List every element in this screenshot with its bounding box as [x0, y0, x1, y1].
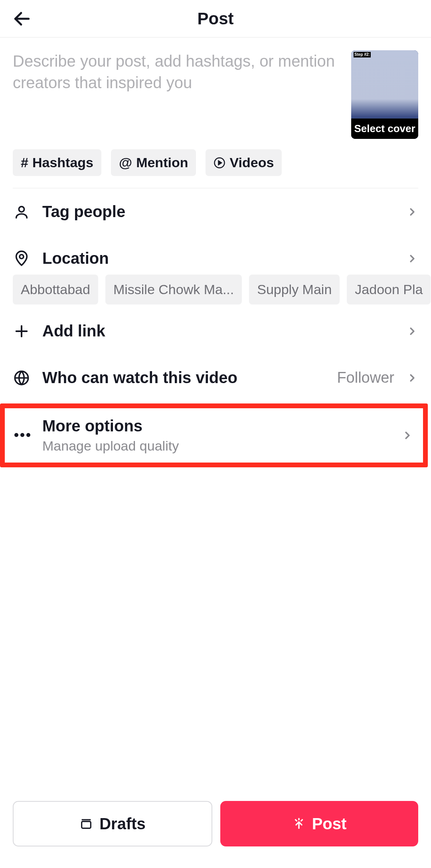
- svg-point-3: [19, 206, 24, 212]
- chevron-right-icon: [406, 372, 418, 384]
- location-chip[interactable]: Supply Main: [249, 275, 340, 304]
- more-options-label: More options: [42, 417, 389, 435]
- globe-icon: [14, 370, 30, 386]
- add-link-row[interactable]: Add link: [0, 308, 431, 354]
- upload-icon: [292, 817, 306, 830]
- tag-people-label: Tag people: [42, 203, 394, 221]
- post-button[interactable]: Post: [220, 801, 418, 846]
- svg-line-15: [295, 820, 297, 821]
- svg-marker-2: [219, 161, 222, 165]
- privacy-row[interactable]: Who can watch this video Follower: [0, 354, 431, 401]
- privacy-label: Who can watch this video: [42, 369, 325, 387]
- hashtags-chip[interactable]: # Hashtags: [13, 149, 101, 176]
- tag-people-row[interactable]: Tag people: [0, 188, 431, 235]
- more-horizontal-icon: [14, 433, 30, 437]
- videos-chip[interactable]: Videos: [206, 149, 282, 176]
- location-chip[interactable]: Jadoon Pla: [347, 275, 431, 304]
- more-options-highlight: More options Manage upload quality: [0, 403, 428, 467]
- person-icon: [14, 204, 30, 220]
- at-icon: @: [119, 155, 132, 170]
- chevron-right-icon: [406, 206, 418, 218]
- back-button[interactable]: [12, 9, 32, 29]
- add-link-label: Add link: [42, 322, 394, 340]
- header: Post: [0, 0, 431, 38]
- hashtags-chip-label: Hashtags: [32, 155, 93, 170]
- plus-icon: [14, 323, 30, 339]
- drafts-icon: [79, 817, 93, 830]
- svg-line-16: [301, 820, 302, 821]
- helper-chip-row: # Hashtags @ Mention Videos: [0, 139, 431, 188]
- location-suggestions: Abbottabad Missile Chowk Ma... Supply Ma…: [0, 275, 431, 308]
- hash-icon: #: [21, 155, 28, 170]
- more-options-row[interactable]: More options Manage upload quality: [5, 408, 423, 463]
- chevron-right-icon: [406, 253, 418, 265]
- svg-point-10: [26, 433, 30, 437]
- caption-input[interactable]: Describe your post, add hashtags, or men…: [13, 50, 342, 139]
- bottom-bar: Drafts Post: [0, 801, 431, 846]
- arrow-left-icon: [12, 9, 32, 29]
- svg-point-4: [20, 255, 24, 259]
- play-circle-icon: [214, 157, 225, 169]
- compose-area: Describe your post, add hashtags, or men…: [0, 38, 431, 139]
- location-label: Location: [42, 249, 394, 267]
- chevron-right-icon: [401, 429, 413, 441]
- chevron-right-icon: [406, 325, 418, 337]
- more-options-subtitle: Manage upload quality: [42, 438, 389, 454]
- privacy-value: Follower: [337, 369, 394, 386]
- location-pin-icon: [14, 250, 30, 267]
- svg-rect-11: [82, 821, 91, 828]
- location-chip[interactable]: Abbottabad: [13, 275, 98, 304]
- drafts-button-label: Drafts: [99, 815, 146, 833]
- page-title: Post: [197, 9, 233, 28]
- cover-thumbnail[interactable]: Step #2: Select cover: [351, 50, 418, 139]
- videos-chip-label: Videos: [229, 155, 274, 170]
- svg-point-9: [20, 433, 24, 437]
- mention-chip-label: Mention: [136, 155, 188, 170]
- drafts-button[interactable]: Drafts: [13, 801, 212, 846]
- location-chip[interactable]: Missile Chowk Ma...: [105, 275, 242, 304]
- svg-point-8: [14, 433, 18, 437]
- post-button-label: Post: [312, 815, 347, 833]
- mention-chip[interactable]: @ Mention: [111, 149, 196, 176]
- select-cover-label[interactable]: Select cover: [351, 119, 418, 139]
- location-row[interactable]: Location: [0, 235, 431, 275]
